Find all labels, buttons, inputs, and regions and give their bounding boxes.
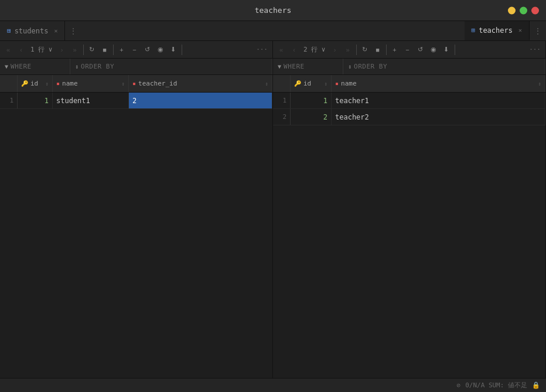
tab-students-close[interactable]: ✕	[54, 28, 57, 34]
teachers-toolbar-more[interactable]: ···	[527, 46, 543, 53]
maximize-button[interactable]	[520, 6, 527, 14]
students-nav-last[interactable]: »	[69, 43, 81, 56]
students-id-label: id	[30, 80, 38, 87]
teachers-add[interactable]: +	[389, 43, 401, 56]
tab-students[interactable]: ⊞ students ✕	[0, 21, 65, 40]
teachers-stop[interactable]: ■	[372, 43, 384, 56]
minimize-button[interactable]	[508, 6, 516, 14]
teachers-nav-first[interactable]: «	[275, 43, 287, 56]
teachers-toolbar-sep3	[455, 45, 455, 55]
tab-teachers-label: teachers	[479, 26, 513, 35]
students-name-label: name	[62, 80, 78, 87]
students-toolbar-more[interactable]: ···	[254, 46, 270, 53]
students-save[interactable]: ⬇	[168, 43, 179, 56]
teachers-toolbar-sep1	[356, 45, 357, 55]
teachers-nav-next[interactable]: ›	[329, 43, 341, 56]
teachers-table-icon: ⊞	[472, 26, 476, 34]
teachers-toolbar: « ‹ 2 行 ∨ › » ↻ ■ + − ↺ ◉ ⬇ ···	[273, 41, 545, 59]
students-filter-bar: ▼ WHERE ↕ ORDER BY	[0, 59, 272, 75]
students-row-num-header	[0, 75, 18, 92]
students-orderby-label: ORDER BY	[81, 63, 114, 70]
students-row-1-id[interactable]: 1	[18, 93, 53, 108]
main-content: « ‹ 1 行 ∨ › » ↻ ■ + − ↺ ◉ ⬇ ··· ▼ WHERE …	[0, 41, 546, 378]
title-bar: teachers	[0, 0, 546, 21]
tab-bar: ⊞ students ✕ ⋮ ⊞ teachers ✕ ⋮	[0, 21, 546, 41]
teachers-filter-bar: ▼ WHERE ↕ ORDER BY	[273, 59, 545, 75]
teachers-name-col-icon: ▪	[335, 80, 339, 87]
teachers-where-section[interactable]: ▼ WHERE	[273, 59, 343, 74]
students-col-name[interactable]: ▪ name ↕	[53, 75, 129, 92]
students-data-area[interactable]: 1 1 student1 2	[0, 93, 272, 378]
tab-teachers-close[interactable]: ✕	[518, 27, 522, 33]
students-col-headers: 🔑 id ↕ ▪ name ↕ ▪ teacher_id ↕	[0, 75, 272, 93]
teachers-where-icon: ▼	[278, 63, 281, 70]
teachers-row-1-name[interactable]: teacher1	[332, 93, 545, 108]
students-col-id[interactable]: 🔑 id ↕	[18, 75, 53, 92]
students-stop[interactable]: ■	[99, 43, 111, 56]
teachers-nav-last[interactable]: »	[342, 43, 354, 56]
students-nav-first[interactable]: «	[2, 43, 14, 56]
teachers-row-1-id[interactable]: 1	[291, 93, 332, 108]
students-row-1-name[interactable]: student1	[53, 93, 129, 108]
students-name-col-icon: ▪	[56, 80, 60, 87]
teachers-col-id[interactable]: 🔑 id ↕	[291, 75, 332, 92]
students-toolbar-sep3	[182, 45, 182, 55]
students-orderby-icon: ↕	[75, 63, 79, 70]
teachers-toolbar-sep2	[386, 45, 387, 55]
teachers-orderby-section[interactable]: ↕ ORDER BY	[343, 59, 545, 74]
tab-spacer	[81, 21, 464, 40]
close-button[interactable]	[531, 6, 539, 14]
students-refresh[interactable]: ↻	[86, 43, 98, 56]
table-row[interactable]: 1 1 student1 2	[0, 93, 272, 109]
status-text: 0/N/A SUM: 値不足	[465, 381, 527, 390]
students-delete[interactable]: −	[129, 43, 141, 56]
students-where-icon: ▼	[5, 63, 8, 70]
students-nav-prev[interactable]: ‹	[15, 43, 27, 56]
teachers-row-num-header	[273, 75, 291, 92]
students-name-sort: ↕	[122, 81, 125, 87]
teachers-reset[interactable]: ↺	[415, 43, 426, 56]
teachers-row-2-name[interactable]: teacher2	[332, 109, 545, 125]
table-row[interactable]: 2 2 teacher2	[273, 109, 545, 125]
students-toolbar: « ‹ 1 行 ∨ › » ↻ ■ + − ↺ ◉ ⬇ ···	[0, 41, 272, 59]
students-id-sort: ↕	[46, 81, 49, 87]
students-row-1-num: 1	[0, 93, 18, 108]
teachers-save[interactable]: ⬇	[441, 43, 452, 56]
students-table-icon: ⊞	[7, 27, 11, 35]
tab-teachers[interactable]: ⊞ teachers ✕	[465, 21, 530, 40]
tab-left-more[interactable]: ⋮	[65, 21, 81, 40]
teachers-view[interactable]: ◉	[428, 43, 439, 56]
teachers-orderby-label: ORDER BY	[354, 63, 387, 70]
teachers-col-name[interactable]: ▪ name ↕	[332, 75, 545, 92]
students-id-key-icon: 🔑	[21, 80, 28, 87]
students-where-section[interactable]: ▼ WHERE	[0, 59, 70, 74]
status-bar: ⊘ 0/N/A SUM: 値不足 🔒	[0, 378, 546, 392]
students-reset[interactable]: ↺	[142, 43, 153, 56]
teachers-refresh[interactable]: ↻	[359, 43, 371, 56]
table-row[interactable]: 1 1 teacher1	[273, 93, 545, 109]
teachers-col-headers: 🔑 id ↕ ▪ name ↕	[273, 75, 545, 93]
teachers-orderby-icon: ↕	[348, 63, 352, 70]
window-title: teachers	[255, 6, 292, 15]
students-rows-label: 1 行 ∨	[28, 45, 55, 54]
teachers-row-1-num: 1	[273, 93, 291, 108]
teachers-name-sort: ↕	[538, 81, 541, 87]
students-nav-next[interactable]: ›	[56, 43, 68, 56]
teachers-pane: « ‹ 2 行 ∨ › » ↻ ■ + − ↺ ◉ ⬇ ··· ▼ WHERE …	[273, 41, 546, 378]
tab-right-more[interactable]: ⋮	[530, 21, 546, 40]
lock-icon: 🔒	[532, 381, 540, 389]
students-add[interactable]: +	[116, 43, 128, 56]
students-teacherid-sort: ↕	[265, 81, 268, 87]
students-view[interactable]: ◉	[155, 43, 166, 56]
tab-students-label: students	[15, 27, 49, 35]
students-teacherid-col-icon: ▪	[132, 80, 136, 87]
teachers-row-2-id[interactable]: 2	[291, 109, 332, 125]
students-toolbar-sep2	[113, 45, 114, 55]
teachers-delete[interactable]: −	[402, 43, 414, 56]
teachers-id-key-icon: 🔑	[294, 80, 301, 87]
students-row-1-teacher-id[interactable]: 2	[129, 93, 272, 108]
teachers-data-area[interactable]: 1 1 teacher1 2 2 teacher2	[273, 93, 545, 378]
teachers-nav-prev[interactable]: ‹	[288, 43, 300, 56]
students-orderby-section[interactable]: ↕ ORDER BY	[70, 59, 272, 74]
students-col-teacher-id[interactable]: ▪ teacher_id ↕	[129, 75, 272, 92]
